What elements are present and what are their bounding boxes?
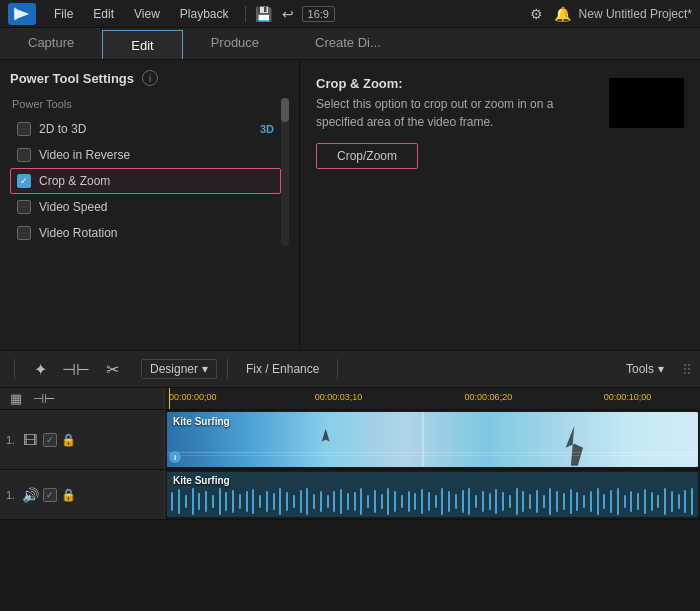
toolbar-separator-mid: [227, 359, 228, 379]
audio-track-controls: 1. 🔊 🔒: [0, 470, 165, 519]
tool-name-video-speed: Video Speed: [39, 200, 274, 214]
scrollbar-thumb[interactable]: [281, 98, 289, 122]
audio-clip-label: Kite Surfing: [173, 475, 230, 486]
project-title: New Untitled Project*: [579, 7, 692, 21]
tool-name-video-reverse: Video in Reverse: [39, 148, 274, 162]
timecode-3: 00:00:10;00: [604, 392, 652, 402]
tools-label: Tools: [626, 362, 654, 376]
checkbox-2d-3d[interactable]: [17, 122, 31, 136]
film-icon: 🎞: [21, 432, 39, 448]
video-clip[interactable]: Kite Surfing i: [167, 412, 698, 467]
video-track-controls: 1. 🎞 🔒: [0, 410, 165, 469]
timecode-2: 00:00:06;20: [465, 392, 513, 402]
timeline-snap-btn[interactable]: ⊣⊢: [32, 388, 56, 410]
audio-track-lock-icon[interactable]: 🔒: [61, 488, 76, 502]
settings-icon[interactable]: ⚙: [527, 4, 547, 24]
audio-clip[interactable]: Kite Surfing: [167, 472, 698, 517]
panel-header: Power Tool Settings i: [10, 70, 289, 86]
ruler-side: ▦ ⊣⊢: [0, 388, 165, 409]
tools-chevron-icon: ▾: [658, 362, 664, 376]
tool-crop-zoom[interactable]: Crop & Zoom: [10, 168, 281, 194]
timecode-0: 00:00:00;00: [169, 392, 217, 402]
tab-edit[interactable]: Edit: [102, 30, 182, 59]
menu-file[interactable]: File: [46, 5, 81, 23]
scissors-btn[interactable]: ✂: [97, 355, 127, 383]
video-track-num: 1.: [6, 434, 15, 446]
video-track-row: 1. 🎞 🔒 Kite Surfing i: [0, 410, 700, 470]
main-area: Power Tool Settings i Power Tools 2D to …: [0, 60, 700, 350]
video-track-content: Kite Surfing i: [165, 410, 700, 469]
badge-3d: 3D: [260, 123, 274, 135]
surfer-silhouette-2: [557, 426, 592, 466]
info-icon[interactable]: i: [142, 70, 158, 86]
designer-label: Designer: [150, 362, 198, 376]
dots-handle[interactable]: [684, 364, 690, 374]
tools-label: Power Tools: [10, 98, 281, 110]
tools-list: Power Tools 2D to 3D 3D Video in Reverse…: [10, 98, 281, 246]
crop-description: Select this option to crop out or zoom i…: [316, 95, 593, 131]
app-logo: [8, 3, 36, 25]
menu-separator-1: [245, 6, 246, 22]
menu-edit[interactable]: Edit: [85, 5, 122, 23]
panel-scrollbar[interactable]: [281, 98, 289, 246]
checkbox-video-speed[interactable]: [17, 200, 31, 214]
video-thumbnail: [167, 412, 698, 467]
undo-icon[interactable]: ↩: [278, 4, 298, 24]
nav-tabs: Capture Edit Produce Create Di...: [0, 28, 700, 60]
tool-name-2d-3d: 2D to 3D: [39, 122, 252, 136]
left-panel: Power Tool Settings i Power Tools 2D to …: [0, 60, 300, 350]
notifications-icon[interactable]: 🔔: [553, 4, 573, 24]
audio-track-checkbox[interactable]: [43, 488, 57, 502]
right-content: Crop & Zoom: Select this option to crop …: [316, 76, 684, 169]
tool-2d-3d[interactable]: 2D to 3D 3D: [10, 116, 281, 142]
ratio-badge[interactable]: 16:9: [302, 6, 335, 22]
tab-capture[interactable]: Capture: [0, 28, 102, 59]
timecode-1: 00:00:03;10: [315, 392, 363, 402]
clip-divider: [422, 412, 424, 467]
clip-info-badge: i: [169, 451, 181, 463]
audio-track-num: 1.: [6, 489, 15, 501]
svg-rect-1: [14, 7, 17, 20]
tab-create-disc[interactable]: Create Di...: [287, 28, 409, 59]
tool-name-video-rotation: Video Rotation: [39, 226, 274, 240]
designer-dropdown[interactable]: Designer ▾: [141, 359, 217, 379]
checkbox-video-rotation[interactable]: [17, 226, 31, 240]
menu-playback[interactable]: Playback: [172, 5, 237, 23]
panel-title: Power Tool Settings: [10, 71, 134, 86]
tool-name-crop-zoom: Crop & Zoom: [39, 174, 274, 188]
panel-inner: Power Tools 2D to 3D 3D Video in Reverse…: [10, 98, 289, 246]
crop-zoom-button[interactable]: Crop/Zoom: [316, 143, 418, 169]
menu-bar-right: ⚙ 🔔 New Untitled Project*: [527, 4, 692, 24]
tool-video-reverse[interactable]: Video in Reverse: [10, 142, 281, 168]
audio-icon: 🔊: [21, 487, 39, 503]
checkbox-crop-zoom[interactable]: [17, 174, 31, 188]
timeline-ruler: ▦ ⊣⊢ 00:00:00;00 00:00:03;10 00:00:06;20…: [0, 388, 700, 410]
toolbar-strip: ✦ ⊣⊢ ✂ Designer ▾ Fix / Enhance Tools ▾: [0, 350, 700, 388]
split-btn[interactable]: ⊣⊢: [61, 355, 91, 383]
audio-waveform: [167, 472, 698, 517]
video-clip-label: Kite Surfing: [173, 416, 230, 427]
tool-video-rotation[interactable]: Video Rotation: [10, 220, 281, 246]
tool-video-speed[interactable]: Video Speed: [10, 194, 281, 220]
save-icon[interactable]: 💾: [254, 4, 274, 24]
video-track-checkbox[interactable]: [43, 433, 57, 447]
surfer-silhouette-1: [316, 429, 336, 451]
sparkle-btn[interactable]: ✦: [25, 355, 55, 383]
audio-track-row: 1. 🔊 🔒 Kite Surfing: [0, 470, 700, 520]
tools-dropdown[interactable]: Tools ▾: [618, 360, 672, 378]
right-text: Crop & Zoom: Select this option to crop …: [316, 76, 593, 169]
designer-chevron-icon: ▾: [202, 362, 208, 376]
menu-bar: File Edit View Playback 💾 ↩ 16:9 ⚙ 🔔 New…: [0, 0, 700, 28]
ruler-track: 00:00:00;00 00:00:03;10 00:00:06;20 00:0…: [165, 388, 700, 409]
svg-marker-0: [15, 8, 29, 19]
fix-enhance-btn[interactable]: Fix / Enhance: [238, 360, 327, 378]
checkbox-video-reverse[interactable]: [17, 148, 31, 162]
timeline-icon-btn[interactable]: ▦: [4, 388, 28, 410]
tab-produce[interactable]: Produce: [183, 28, 287, 59]
crop-title: Crop & Zoom:: [316, 76, 593, 91]
video-track-lock-icon[interactable]: 🔒: [61, 433, 76, 447]
timeline: ▦ ⊣⊢ 00:00:00;00 00:00:03;10 00:00:06;20…: [0, 388, 700, 520]
toolbar-separator-left: [14, 359, 15, 379]
menu-view[interactable]: View: [126, 5, 168, 23]
toolbar-separator-right: [337, 359, 338, 379]
